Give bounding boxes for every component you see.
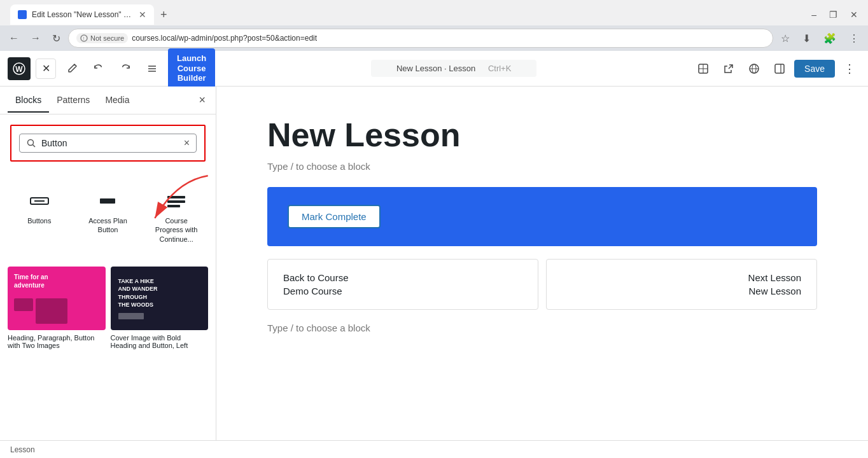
tab-close-btn[interactable]: ✕ (139, 10, 146, 20)
tab-title: Edit Lesson "New Lesson" < co... (32, 10, 134, 19)
blocks-grid: Buttons Access Plan Button C (0, 172, 216, 261)
editor-body: Blocks Patterns Media × × (0, 87, 868, 440)
pattern-adventure-text: Time for anadventure (14, 273, 99, 289)
mark-complete-block: Mark Complete (267, 187, 817, 246)
block-item-course-progress[interactable]: Course Progress with Continue... (144, 182, 208, 251)
pattern-adventure-label: Heading, Paragraph, Button with Two Imag… (8, 334, 106, 349)
pattern-item-adventure[interactable]: Time for anadventure Heading, Paragraph,… (8, 267, 106, 349)
status-bar: Lesson (0, 440, 868, 458)
undo-button[interactable] (88, 60, 109, 77)
back-to-course-card[interactable]: Back to Course Demo Course (267, 259, 538, 310)
wp-toolbar: W ✕ Launch Course Builder New Lesson · L… (0, 51, 868, 87)
preview-button[interactable] (718, 60, 739, 77)
pencil-button[interactable] (61, 60, 83, 77)
forward-button[interactable]: → (27, 31, 45, 45)
svg-rect-23 (167, 200, 185, 203)
tab-favicon (18, 10, 27, 19)
search-icon (26, 138, 36, 148)
sidebar-icon (774, 63, 785, 74)
back-to-course-sublabel: Demo Course (283, 286, 522, 296)
buttons-block-label: Buttons (27, 216, 51, 225)
pattern-hike-label: Cover Image with Bold Heading and Button… (111, 334, 209, 349)
minimize-button[interactable]: – (806, 8, 822, 21)
refresh-button[interactable]: ↻ (48, 31, 64, 46)
svg-line-10 (729, 65, 732, 69)
sidebar-close-button[interactable]: × (196, 91, 208, 109)
sidebar-panel: Blocks Patterns Media × × (0, 87, 216, 440)
keyboard-shortcut: Ctrl+K (488, 64, 511, 73)
svg-line-17 (33, 145, 36, 148)
svg-rect-21 (100, 198, 115, 204)
settings-sidebar-button[interactable] (769, 60, 790, 77)
svg-text:W: W (15, 65, 23, 74)
back-to-course-label: Back to Course (283, 272, 522, 283)
search-clear-button[interactable]: × (184, 138, 190, 148)
search-input-wrapper: × (19, 134, 197, 153)
svg-rect-24 (167, 205, 180, 207)
pattern-hike-text: TAKE A HIKEAND WANDERTHROUGHTHE WOODS (118, 277, 201, 309)
block-item-buttons[interactable]: Buttons (8, 182, 71, 251)
mark-complete-button[interactable]: Mark Complete (288, 205, 381, 228)
search-area: × (0, 114, 216, 172)
tab-media[interactable]: Media (97, 88, 137, 113)
close-button[interactable]: ✕ (36, 59, 56, 79)
view-mode-button[interactable] (692, 60, 714, 77)
close-window-button[interactable]: ✕ (845, 8, 863, 21)
patterns-row: Time for anadventure Heading, Paragraph,… (8, 267, 208, 357)
undo-icon (93, 63, 104, 74)
browser-address-bar-row: ← → ↻ ! Not secure courses.local/wp-admi… (0, 25, 868, 51)
globe-icon (748, 63, 760, 74)
next-lesson-label: Next Lesson (562, 272, 801, 283)
pattern-thumb-hike: TAKE A HIKEAND WANDERTHROUGHTHE WOODS (111, 267, 209, 330)
launch-course-builder-button[interactable]: Launch Course Builder (168, 48, 215, 88)
chrome-menu-button[interactable]: ⋮ (845, 31, 863, 46)
download-button[interactable]: ⬇ (799, 31, 815, 46)
bookmark-button[interactable]: ☆ (777, 31, 794, 46)
pattern-thumb-adventure: Time for anadventure (8, 267, 106, 330)
search-input[interactable] (41, 138, 179, 148)
window-controls: – ❐ ✕ (806, 8, 863, 21)
pencil-icon (66, 63, 78, 74)
extensions-button[interactable]: 🧩 (820, 31, 840, 46)
access-plan-block-icon (96, 190, 119, 212)
address-bar[interactable]: ! Not secure courses.local/wp-admin/post… (68, 29, 773, 48)
back-button[interactable]: ← (5, 31, 23, 45)
view-icon (697, 63, 709, 74)
wp-editor: W ✕ Launch Course Builder New Lesson · L… (0, 51, 868, 458)
wordpress-logo[interactable]: W (8, 57, 31, 80)
toolbar-right: Save ⋮ (692, 59, 860, 78)
external-link-icon (723, 63, 734, 74)
pattern-item-hike[interactable]: TAKE A HIKEAND WANDERTHROUGHTHE WOODS Co… (111, 267, 209, 349)
not-secure-badge: ! Not secure (76, 33, 128, 43)
block-placeholder-1[interactable]: Type / to choose a block (267, 161, 817, 172)
search-container: × (10, 125, 206, 162)
sidebar-scroll-area: Buttons Access Plan Button C (0, 172, 216, 440)
globe-button[interactable] (743, 60, 765, 77)
redo-button[interactable] (115, 60, 136, 77)
tab-patterns[interactable]: Patterns (49, 88, 97, 113)
svg-point-16 (28, 140, 34, 146)
save-button[interactable]: Save (794, 60, 835, 78)
status-label: Lesson (10, 445, 35, 454)
browser-titlebar: Edit Lesson "New Lesson" < co... ✕ + – ❐… (0, 0, 868, 25)
patterns-section: Time for anadventure Heading, Paragraph,… (0, 261, 216, 362)
svg-rect-14 (775, 64, 784, 73)
svg-text:!: ! (83, 36, 85, 41)
svg-rect-22 (167, 196, 185, 198)
block-placeholder-2[interactable]: Type / to choose a block (267, 323, 817, 333)
browser-actions: ☆ ⬇ 🧩 ⋮ (777, 31, 863, 46)
post-title-display: New Lesson · Lesson Ctrl+K (371, 60, 536, 77)
tab-blocks[interactable]: Blocks (8, 88, 49, 113)
list-view-button[interactable] (141, 60, 163, 77)
next-lesson-sublabel: New Lesson (562, 286, 801, 296)
toolbar-center: New Lesson · Lesson Ctrl+K (220, 60, 687, 77)
main-editor-area[interactable]: New Lesson Type / to choose a block Mark… (216, 87, 868, 440)
browser-tab[interactable]: Edit Lesson "New Lesson" < co... ✕ (10, 4, 154, 25)
more-options-button[interactable]: ⋮ (839, 59, 860, 78)
block-item-access-plan[interactable]: Access Plan Button (76, 182, 140, 251)
maximize-button[interactable]: ❐ (824, 8, 843, 21)
new-tab-button[interactable]: + (157, 6, 171, 24)
next-lesson-card[interactable]: Next Lesson New Lesson (546, 259, 817, 310)
browser-chrome: Edit Lesson "New Lesson" < co... ✕ + – ❐… (0, 0, 868, 51)
lesson-title[interactable]: New Lesson (267, 117, 817, 153)
